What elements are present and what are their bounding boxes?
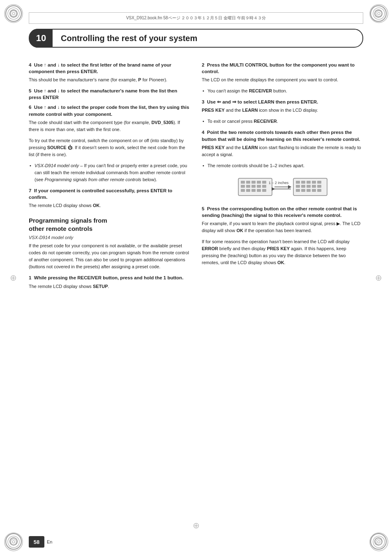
svg-rect-25 <box>257 185 261 188</box>
step5-left-heading: 5 Use ↑ and ↓ to select the manufacturer… <box>29 88 190 101</box>
step3-bullet: To exit or cancel press RECEIVER. <box>202 118 363 125</box>
svg-rect-40 <box>317 181 321 184</box>
svg-point-10 <box>11 539 16 545</box>
step4-left-text: This should be the manufacturer's name (… <box>29 76 190 83</box>
step5-heading: 5 Press the corresponding button on the … <box>202 205 363 219</box>
subsection-title: Programming signals fromother remote con… <box>29 216 190 233</box>
step6-text1: The code should start with the component… <box>29 119 190 133</box>
step3-text1: PRES KEY and the LEARN icon show in the … <box>202 107 363 114</box>
chapter-header: 10 Controlling the rest of your system <box>29 29 363 48</box>
svg-rect-20 <box>257 181 261 184</box>
svg-rect-27 <box>241 189 245 192</box>
svg-rect-18 <box>246 181 250 184</box>
svg-rect-39 <box>312 181 316 184</box>
page-number-area: 58 En <box>29 536 52 548</box>
meta-bar: VSX_D912.book.fm 58ページ ２００３年１２月５日 金曜日 午前… <box>29 12 363 24</box>
step7-heading: 7 If your component is controlled succes… <box>29 187 190 200</box>
spiral-bottom-right <box>367 530 390 553</box>
svg-rect-48 <box>307 189 311 192</box>
svg-rect-45 <box>317 185 321 188</box>
left-column: 4 Use ↑ and ↓ to select the first letter… <box>29 58 190 526</box>
svg-point-5 <box>373 8 385 19</box>
svg-point-11 <box>12 541 15 543</box>
step4-right-text1: PRES KEY and the LEARN icon start flashi… <box>202 144 363 158</box>
svg-point-9 <box>8 536 19 548</box>
svg-rect-26 <box>262 185 266 188</box>
step4-left-heading: 4 Use ↑ and ↓ to select the first letter… <box>29 62 190 75</box>
content-area: 4 Use ↑ and ↓ to select the first letter… <box>29 58 363 526</box>
svg-rect-37 <box>301 181 305 184</box>
step6-bullet: VSX-D914 model only – If you can't find … <box>29 162 190 183</box>
svg-rect-17 <box>241 181 245 184</box>
svg-rect-29 <box>251 189 256 192</box>
svg-rect-21 <box>262 181 266 184</box>
svg-rect-46 <box>296 189 300 192</box>
svg-text:1 – 2 inches: 1 – 2 inches <box>268 181 288 185</box>
svg-rect-44 <box>312 185 316 188</box>
svg-rect-47 <box>301 189 305 192</box>
svg-point-4 <box>370 5 388 23</box>
step7-text: The remote LCD display shows OK. <box>29 202 190 209</box>
svg-point-8 <box>5 533 23 551</box>
svg-rect-28 <box>246 189 250 192</box>
svg-rect-30 <box>257 189 261 192</box>
step2-heading: 2 Press the MULTI CONTROL button for the… <box>202 62 363 75</box>
step6-left-heading: 6 Use ↑ and ↓ to select the proper code … <box>29 104 190 117</box>
chapter-title: Controlling the rest of your system <box>53 34 197 43</box>
subsection-model-note: VSX-D914 model only <box>29 235 190 240</box>
step4-right-heading: 4 Point the two remote controls towards … <box>202 129 363 142</box>
step5-text1: For example, if you want to learn the pl… <box>202 220 363 234</box>
chapter-number: 10 <box>30 29 53 48</box>
svg-point-1 <box>8 8 19 19</box>
svg-rect-19 <box>251 181 256 184</box>
svg-point-3 <box>12 12 15 15</box>
svg-point-0 <box>5 5 23 23</box>
step1-heading: 1 While pressing the RECEIVER button, pr… <box>29 274 190 281</box>
svg-rect-42 <box>301 185 305 188</box>
left-crosshair: ⊕ <box>10 273 17 283</box>
svg-point-13 <box>373 536 385 548</box>
svg-rect-31 <box>262 189 266 192</box>
svg-point-12 <box>370 533 388 551</box>
right-crosshair: ⊕ <box>375 273 382 283</box>
step2-text: The LCD on the remote displays the compo… <box>202 76 363 83</box>
step4-right-bullet: The remote controls should be 1–2 inches… <box>202 162 363 169</box>
svg-rect-38 <box>307 181 311 184</box>
svg-rect-43 <box>307 185 311 188</box>
step1-text: The remote LCD display shows SETUP. <box>29 283 190 290</box>
svg-point-2 <box>11 11 16 16</box>
subsection-text1: If the preset code for your component is… <box>29 242 190 270</box>
page-lang: En <box>47 539 52 544</box>
svg-rect-24 <box>251 185 256 188</box>
svg-point-7 <box>378 12 380 15</box>
svg-rect-36 <box>296 181 300 184</box>
svg-rect-23 <box>246 185 250 188</box>
spiral-bottom-left <box>2 530 25 553</box>
page: ⊕ ⊕ ⊕ VSX_D912.book.fm 58ページ ２００３年１２月５日 … <box>0 0 392 555</box>
step6-text2: To try out the remote control, switch th… <box>29 137 190 158</box>
svg-point-6 <box>376 11 382 16</box>
spiral-top-left <box>2 2 25 25</box>
spiral-top-right <box>367 2 390 25</box>
meta-text: VSX_D912.book.fm 58ページ ２００３年１２月５日 金曜日 午前… <box>126 15 266 21</box>
svg-point-14 <box>376 539 382 545</box>
step2-bullet: You can't assign the RECEIVER button. <box>202 88 363 94</box>
step5-text2: If for some reasons the operation hasn't… <box>202 238 363 266</box>
svg-rect-50 <box>317 189 321 192</box>
remote-illustration: 1 – 2 inches <box>202 175 363 200</box>
svg-rect-41 <box>296 185 300 188</box>
right-column: 2 Press the MULTI CONTROL button for the… <box>202 58 363 526</box>
svg-rect-49 <box>312 189 316 192</box>
svg-point-15 <box>378 541 380 543</box>
svg-rect-22 <box>241 185 245 188</box>
page-number: 58 <box>29 536 44 548</box>
step3-heading: 3 Use ⇐ and ⇒ to select LEARN then press… <box>202 99 363 105</box>
